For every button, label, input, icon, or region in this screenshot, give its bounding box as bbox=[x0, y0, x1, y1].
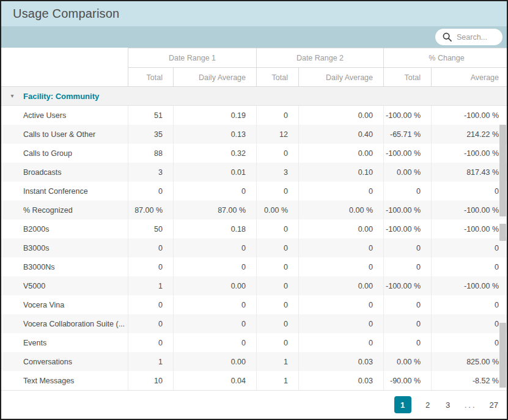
column-header-label: Total bbox=[405, 73, 421, 82]
cell-dr2-daily-average: 0 bbox=[298, 238, 383, 257]
scrollbar-thumb[interactable] bbox=[499, 125, 506, 216]
table-row: Broadcasts 3 0.01 3 0.10 0.00 % 817.43 % bbox=[1, 163, 507, 182]
cell-dr1-daily-average: 0.00 bbox=[173, 276, 256, 295]
row-label: Events bbox=[1, 333, 128, 352]
cell-dr1-daily-average: 0 bbox=[173, 257, 256, 276]
cell-dr1-daily-average: 0 bbox=[173, 295, 256, 314]
cell-change-average: 0 bbox=[431, 314, 508, 333]
vertical-scrollbar[interactable] bbox=[499, 87, 506, 390]
page-button-3[interactable]: 3 bbox=[444, 400, 452, 410]
rows-container: Active Users 51 0.19 0 0.00 -100.00 % -1… bbox=[1, 106, 507, 390]
cell-dr2-daily-average: 0 bbox=[298, 295, 383, 314]
cell-change-total: 0 bbox=[383, 295, 431, 314]
pagination: 123...27 bbox=[394, 396, 498, 413]
row-label: Vocera Vina bbox=[1, 295, 128, 314]
footer-bar: 123...27 bbox=[1, 390, 507, 419]
cell-change-average: -100.00 % bbox=[431, 219, 508, 238]
column-header-change-total[interactable]: Total bbox=[383, 67, 431, 87]
cell-change-average: 0 bbox=[431, 182, 508, 201]
cell-dr2-total: 0 bbox=[256, 314, 298, 333]
row-label: Instant Conference bbox=[1, 182, 128, 201]
facility-group-row[interactable]: ▾ Facility: Community bbox=[1, 87, 507, 106]
facility-group-label: Facility: Community bbox=[23, 92, 99, 101]
cell-dr1-total: 0 bbox=[128, 333, 173, 352]
cell-dr2-total: 0 bbox=[256, 219, 298, 238]
cell-dr2-daily-average: 0.00 % bbox=[298, 201, 383, 219]
page-button-1[interactable]: 1 bbox=[394, 396, 411, 413]
cell-dr1-total: 0 bbox=[128, 295, 173, 314]
cell-dr2-daily-average: 0.00 bbox=[298, 106, 383, 125]
cell-dr1-daily-average: 0.32 bbox=[173, 144, 256, 163]
cell-change-total: -100.00 % bbox=[383, 276, 431, 295]
cell-dr2-daily-average: 0.00 bbox=[298, 219, 383, 238]
cell-dr2-total: 0 bbox=[256, 333, 298, 352]
table-row: Calls to User & Other 35 0.13 12 0.40 -6… bbox=[1, 125, 507, 144]
usage-comparison-window: Usage Comparison Date Range 1 Date Range… bbox=[0, 0, 508, 420]
column-group-date-range-2: Date Range 2 bbox=[256, 48, 383, 67]
cell-change-total: -100.00 % bbox=[383, 106, 431, 125]
table-body: ▾ Facility: Community Active Users 51 0.… bbox=[1, 87, 507, 390]
page-title: Usage Comparison bbox=[13, 7, 119, 21]
cell-dr1-total: 3 bbox=[128, 163, 173, 182]
cell-dr2-daily-average: 0.03 bbox=[298, 352, 383, 371]
cell-dr2-daily-average: 0.00 bbox=[298, 276, 383, 295]
cell-dr2-total: 0 bbox=[256, 144, 298, 163]
cell-dr2-total: 0 bbox=[256, 295, 298, 314]
cell-change-total: 0 bbox=[383, 257, 431, 276]
row-label: Calls to Group bbox=[1, 144, 128, 163]
cell-dr2-total: 12 bbox=[256, 125, 298, 144]
cell-change-average: -100.00 % bbox=[431, 201, 508, 219]
table-row: Text Messages 10 0.04 1 0.03 -90.00 % -8… bbox=[1, 371, 507, 390]
cell-dr2-daily-average: 0.40 bbox=[298, 125, 383, 144]
cell-dr1-daily-average: 0 bbox=[173, 182, 256, 201]
cell-change-average: -100.00 % bbox=[431, 106, 508, 125]
column-header-dr1-daily-average[interactable]: Daily Average bbox=[173, 67, 256, 87]
cell-dr1-daily-average: 0 bbox=[173, 333, 256, 352]
cell-dr1-total: 1 bbox=[128, 352, 173, 371]
cell-change-total: 0.00 % bbox=[383, 352, 431, 371]
cell-dr2-total: 1 bbox=[256, 352, 298, 371]
cell-dr2-daily-average: 0 bbox=[298, 182, 383, 201]
row-label: Conversations bbox=[1, 352, 128, 371]
cell-dr2-total: 0 bbox=[256, 182, 298, 201]
scrollbar-thumb[interactable] bbox=[499, 323, 506, 388]
cell-dr2-total: 1 bbox=[256, 371, 298, 390]
cell-dr2-daily-average: 0 bbox=[298, 314, 383, 333]
row-label: V5000 bbox=[1, 276, 128, 295]
table-row: B3000s 0 0 0 0 0 0 bbox=[1, 238, 507, 257]
table-row: V5000 1 0.00 0 0.00 -100.00 % -100.00 % bbox=[1, 276, 507, 295]
cell-dr1-daily-average: 0.00 bbox=[173, 352, 256, 371]
search-input[interactable] bbox=[457, 33, 496, 42]
column-group-date-range-1: Date Range 1 bbox=[128, 48, 256, 67]
cell-change-total: -90.00 % bbox=[383, 371, 431, 390]
column-header-dr2-total[interactable]: Total bbox=[256, 67, 298, 87]
cell-change-average: -100.00 % bbox=[431, 276, 508, 295]
page-button-27[interactable]: 27 bbox=[490, 400, 498, 410]
cell-change-average: 0 bbox=[431, 238, 508, 257]
table-row: Active Users 51 0.19 0 0.00 -100.00 % -1… bbox=[1, 106, 507, 125]
column-header-dr2-daily-average[interactable]: Daily Average bbox=[298, 67, 383, 87]
title-bar: Usage Comparison bbox=[1, 1, 507, 26]
collapse-caret-icon[interactable]: ▾ bbox=[1, 93, 23, 99]
cell-change-total: -100.00 % bbox=[383, 219, 431, 238]
page-button-2[interactable]: 2 bbox=[424, 400, 432, 410]
cell-dr1-total: 35 bbox=[128, 125, 173, 144]
column-header-dr1-total[interactable]: Total bbox=[128, 67, 173, 87]
column-header-change-average[interactable]: Average bbox=[431, 67, 508, 87]
cell-dr1-daily-average: 0.01 bbox=[173, 163, 256, 182]
row-label: Text Messages bbox=[1, 371, 128, 390]
scrollbar-thumb[interactable] bbox=[499, 224, 506, 241]
cell-change-average: 214.22 % bbox=[431, 125, 508, 144]
column-header-label: Daily Average bbox=[199, 73, 246, 82]
cell-dr2-daily-average: 0 bbox=[298, 257, 383, 276]
table-row: Instant Conference 0 0 0 0 0 0 bbox=[1, 182, 507, 201]
search-box[interactable] bbox=[435, 29, 502, 45]
cell-dr2-total: 0 bbox=[256, 106, 298, 125]
table-row: Vocera Collaboration Suite (... 0 0 0 0 … bbox=[1, 314, 507, 333]
cell-dr1-daily-average: 0.13 bbox=[173, 125, 256, 144]
cell-dr2-daily-average: 0.03 bbox=[298, 371, 383, 390]
row-label: B2000s bbox=[1, 219, 128, 238]
cell-dr2-daily-average: 0.10 bbox=[298, 163, 383, 182]
row-label: Calls to User & Other bbox=[1, 125, 128, 144]
row-label: B3000Ns bbox=[1, 257, 128, 276]
